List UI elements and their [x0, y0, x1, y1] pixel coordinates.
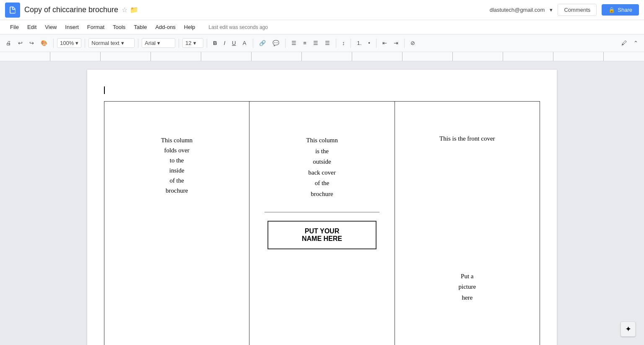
- align-center-button[interactable]: ≡: [301, 38, 309, 48]
- front-cover-text: This is the front cover: [439, 135, 495, 142]
- separator-1: [53, 39, 54, 48]
- picture-text: Put a picture here: [459, 271, 476, 303]
- bullet-list-button[interactable]: •: [366, 38, 373, 48]
- dropdown-arrow[interactable]: ▾: [550, 7, 553, 13]
- col3-inner: This is the front cover Put a picture he…: [395, 102, 540, 345]
- underline-button[interactable]: U: [229, 38, 238, 48]
- align-justify-button[interactable]: ☰: [322, 38, 332, 48]
- share-button[interactable]: 🔒 Share: [602, 4, 639, 16]
- name-box[interactable]: PUT YOURNAME HERE: [267, 221, 377, 249]
- brochure-table: This column folds over to the inside of …: [104, 101, 540, 345]
- menu-table[interactable]: Table: [130, 22, 150, 32]
- style-dropdown[interactable]: Normal text ▾: [88, 38, 135, 48]
- separator-11: [404, 39, 405, 48]
- menu-insert[interactable]: Insert: [62, 22, 82, 32]
- decrease-indent-button[interactable]: ⇤: [380, 38, 390, 48]
- comment-button[interactable]: 💬: [270, 38, 282, 48]
- document-area[interactable]: This column folds over to the inside of …: [0, 61, 644, 345]
- brochure-col3[interactable]: This is the front cover Put a picture he…: [395, 102, 540, 345]
- paint-format-button[interactable]: 🎨: [38, 38, 50, 48]
- separator-3: [138, 39, 138, 48]
- brochure-col1[interactable]: This column folds over to the inside of …: [104, 102, 249, 345]
- text-color-button[interactable]: A: [240, 38, 250, 48]
- separator-7: [285, 39, 286, 48]
- menu-edit[interactable]: Edit: [24, 22, 40, 32]
- separator-5: [207, 39, 207, 48]
- redo-button[interactable]: ↪: [27, 38, 36, 48]
- paint-button[interactable]: 🖊: [619, 38, 629, 48]
- page: This column folds over to the inside of …: [87, 70, 557, 345]
- menu-tools[interactable]: Tools: [109, 22, 129, 32]
- menu-help[interactable]: Help: [181, 22, 199, 32]
- font-dropdown[interactable]: Arial ▾: [142, 38, 175, 48]
- menu-file[interactable]: File: [7, 22, 22, 32]
- ruler-inner: [0, 52, 644, 61]
- separator-6: [253, 39, 253, 48]
- col2-inner: This column is the outside back cover of…: [249, 102, 394, 345]
- separator-2: [85, 39, 85, 48]
- ruler: [0, 52, 644, 61]
- scrollbar-icon: ✦: [625, 324, 631, 334]
- header-right: dlastutech@gmail.com ▾ Comments 🔒 Share: [490, 4, 639, 16]
- scrollbar-button[interactable]: ✦: [621, 321, 636, 337]
- print-button[interactable]: 🖨: [3, 38, 14, 48]
- doc-title: Copy of chiccarine brochure: [24, 5, 118, 14]
- font-size-dropdown[interactable]: 12 ▾: [182, 38, 203, 48]
- separator-10: [376, 39, 377, 48]
- collapse-button[interactable]: ⌃: [631, 38, 641, 48]
- comments-button[interactable]: Comments: [558, 4, 597, 16]
- brochure-col2[interactable]: This column is the outside back cover of…: [249, 102, 395, 345]
- menu-bar: File Edit View Insert Format Tools Table…: [0, 20, 644, 34]
- last-edit-status: Last edit was seconds ago: [209, 24, 268, 30]
- line-spacing-button[interactable]: ↕: [340, 38, 348, 48]
- undo-button[interactable]: ↩: [16, 38, 25, 48]
- col1-inner: This column folds over to the inside of …: [104, 102, 249, 345]
- separator-8: [336, 39, 336, 48]
- menu-format[interactable]: Format: [84, 22, 108, 32]
- numbered-list-button[interactable]: 1.: [354, 38, 364, 48]
- increase-indent-button[interactable]: ⇥: [391, 38, 401, 48]
- user-email: dlastutech@gmail.com: [490, 7, 545, 13]
- zoom-dropdown[interactable]: 100% ▾: [57, 38, 81, 48]
- app-icon: [5, 3, 20, 18]
- align-left-button[interactable]: ☰: [289, 38, 299, 48]
- star-icon[interactable]: ☆: [122, 6, 127, 14]
- link-button[interactable]: 🔗: [257, 38, 268, 48]
- text-cursor: [104, 86, 105, 94]
- bold-button[interactable]: B: [210, 38, 219, 48]
- clear-format-button[interactable]: ⊘: [408, 38, 418, 48]
- italic-button[interactable]: I: [221, 38, 228, 48]
- col2-divider: [265, 212, 380, 212]
- align-right-button[interactable]: ☰: [311, 38, 321, 48]
- toolbar: 🖨 ↩ ↪ 🎨 100% ▾ Normal text ▾ Arial ▾ 12 …: [0, 34, 644, 52]
- separator-9: [351, 39, 351, 48]
- separator-4: [179, 39, 179, 48]
- col2-top-text: This column is the outside back cover of…: [306, 135, 338, 199]
- menu-view[interactable]: View: [42, 22, 60, 32]
- col1-text: This column folds over to the inside of …: [161, 135, 192, 196]
- top-bar: Copy of chiccarine brochure ☆ 📁 dlastute…: [0, 0, 644, 20]
- folder-icon[interactable]: 📁: [130, 6, 138, 14]
- menu-addons[interactable]: Add-ons: [152, 22, 179, 32]
- share-icon: 🔒: [608, 7, 615, 13]
